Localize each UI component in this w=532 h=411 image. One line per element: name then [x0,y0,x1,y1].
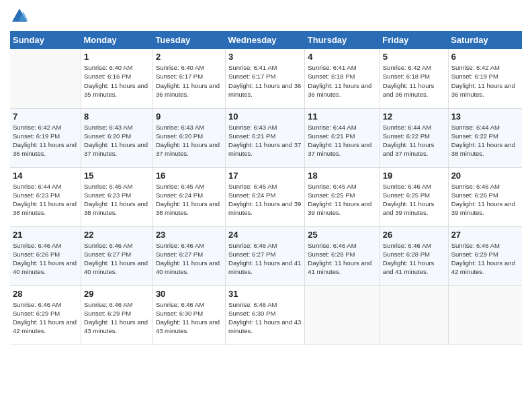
calendar-cell: 26Sunrise: 6:46 AMSunset: 6:28 PMDayligh… [380,226,448,285]
day-info: Sunrise: 6:45 AMSunset: 6:24 PMDaylight:… [156,182,222,218]
calendar-cell [448,285,522,345]
column-header-saturday: Saturday [448,31,522,49]
calendar-cell: 18Sunrise: 6:45 AMSunset: 6:25 PMDayligh… [305,167,380,226]
day-info: Sunrise: 6:46 AMSunset: 6:29 PMDaylight:… [13,300,78,336]
day-info: Sunrise: 6:45 AMSunset: 6:24 PMDaylight:… [228,182,302,218]
day-info: Sunrise: 6:45 AMSunset: 6:25 PMDaylight:… [308,182,377,218]
calendar-cell: 21Sunrise: 6:46 AMSunset: 6:26 PMDayligh… [10,226,81,285]
logo-icon [10,7,29,26]
calendar-week-row: 14Sunrise: 6:44 AMSunset: 6:23 PMDayligh… [10,167,522,226]
calendar-cell: 19Sunrise: 6:46 AMSunset: 6:25 PMDayligh… [380,167,448,226]
calendar-cell: 15Sunrise: 6:45 AMSunset: 6:23 PMDayligh… [81,167,153,226]
day-number: 10 [228,111,302,122]
calendar-cell [380,285,448,345]
calendar-week-row: 7Sunrise: 6:42 AMSunset: 6:19 PMDaylight… [10,108,522,167]
day-info: Sunrise: 6:46 AMSunset: 6:27 PMDaylight:… [156,241,222,277]
day-number: 19 [383,171,445,181]
day-info: Sunrise: 6:44 AMSunset: 6:22 PMDaylight:… [383,123,445,158]
day-number: 17 [228,171,302,181]
day-number: 24 [228,230,302,240]
calendar-cell: 3Sunrise: 6:41 AMSunset: 6:17 PMDaylight… [226,49,305,108]
calendar-cell: 30Sunrise: 6:46 AMSunset: 6:30 PMDayligh… [152,285,225,345]
day-info: Sunrise: 6:46 AMSunset: 6:26 PMDaylight:… [13,241,78,277]
day-info: Sunrise: 6:42 AMSunset: 6:19 PMDaylight:… [451,63,519,99]
calendar-cell: 1Sunrise: 6:40 AMSunset: 6:16 PMDaylight… [81,49,153,108]
day-number: 14 [13,171,78,181]
day-info: Sunrise: 6:43 AMSunset: 6:20 PMDaylight:… [156,123,222,158]
column-header-monday: Monday [81,31,153,49]
calendar-cell: 23Sunrise: 6:46 AMSunset: 6:27 PMDayligh… [152,226,225,285]
day-info: Sunrise: 6:43 AMSunset: 6:21 PMDaylight:… [228,123,302,158]
day-number: 25 [308,230,377,240]
day-number: 23 [156,230,222,240]
calendar-cell: 2Sunrise: 6:40 AMSunset: 6:17 PMDaylight… [152,49,225,108]
day-number: 20 [451,171,519,181]
calendar-week-row: 21Sunrise: 6:46 AMSunset: 6:26 PMDayligh… [10,226,522,285]
day-number: 1 [84,52,150,62]
calendar-cell: 14Sunrise: 6:44 AMSunset: 6:23 PMDayligh… [10,167,81,226]
calendar-table: SundayMondayTuesdayWednesdayThursdayFrid… [10,31,522,345]
day-number: 22 [84,230,150,240]
calendar-cell: 31Sunrise: 6:46 AMSunset: 6:30 PMDayligh… [226,285,305,345]
calendar-cell: 22Sunrise: 6:46 AMSunset: 6:27 PMDayligh… [81,226,153,285]
column-header-wednesday: Wednesday [226,31,305,49]
day-info: Sunrise: 6:46 AMSunset: 6:30 PMDaylight:… [156,300,222,336]
day-info: Sunrise: 6:46 AMSunset: 6:28 PMDaylight:… [308,241,377,277]
day-number: 30 [156,289,222,299]
day-info: Sunrise: 6:46 AMSunset: 6:28 PMDaylight:… [383,241,445,277]
column-header-tuesday: Tuesday [152,31,225,49]
day-number: 15 [84,171,150,181]
calendar-cell: 24Sunrise: 6:46 AMSunset: 6:27 PMDayligh… [226,226,305,285]
column-header-thursday: Thursday [305,31,380,49]
day-info: Sunrise: 6:46 AMSunset: 6:29 PMDaylight:… [451,241,519,277]
calendar-cell: 29Sunrise: 6:46 AMSunset: 6:29 PMDayligh… [81,285,153,345]
day-number: 27 [451,230,519,240]
day-info: Sunrise: 6:41 AMSunset: 6:18 PMDaylight:… [308,63,377,99]
day-info: Sunrise: 6:46 AMSunset: 6:25 PMDaylight:… [383,182,445,218]
calendar-cell: 9Sunrise: 6:43 AMSunset: 6:20 PMDaylight… [152,108,225,167]
day-number: 31 [228,289,302,299]
day-number: 7 [13,111,78,122]
calendar-header-row: SundayMondayTuesdayWednesdayThursdayFrid… [10,31,522,49]
day-number: 3 [228,52,302,62]
day-info: Sunrise: 6:46 AMSunset: 6:30 PMDaylight:… [228,300,302,336]
day-info: Sunrise: 6:46 AMSunset: 6:27 PMDaylight:… [84,241,150,277]
day-number: 28 [13,289,78,299]
calendar-cell: 6Sunrise: 6:42 AMSunset: 6:19 PMDaylight… [448,49,522,108]
day-info: Sunrise: 6:46 AMSunset: 6:29 PMDaylight:… [84,300,150,336]
calendar-cell: 25Sunrise: 6:46 AMSunset: 6:28 PMDayligh… [305,226,380,285]
day-info: Sunrise: 6:46 AMSunset: 6:26 PMDaylight:… [451,182,519,218]
day-info: Sunrise: 6:46 AMSunset: 6:27 PMDaylight:… [228,241,302,277]
day-number: 29 [84,289,150,299]
day-info: Sunrise: 6:41 AMSunset: 6:17 PMDaylight:… [228,63,302,99]
day-number: 11 [308,111,377,122]
calendar-week-row: 1Sunrise: 6:40 AMSunset: 6:16 PMDaylight… [10,49,522,108]
day-info: Sunrise: 6:42 AMSunset: 6:19 PMDaylight:… [13,123,78,158]
calendar-cell: 27Sunrise: 6:46 AMSunset: 6:29 PMDayligh… [448,226,522,285]
day-info: Sunrise: 6:44 AMSunset: 6:21 PMDaylight:… [308,123,377,158]
calendar-cell: 28Sunrise: 6:46 AMSunset: 6:29 PMDayligh… [10,285,81,345]
day-number: 8 [84,111,150,122]
day-info: Sunrise: 6:45 AMSunset: 6:23 PMDaylight:… [84,182,150,218]
calendar-cell: 4Sunrise: 6:41 AMSunset: 6:18 PMDaylight… [305,49,380,108]
day-info: Sunrise: 6:44 AMSunset: 6:23 PMDaylight:… [13,182,78,218]
day-number: 16 [156,171,222,181]
day-number: 9 [156,111,222,122]
calendar-cell: 20Sunrise: 6:46 AMSunset: 6:26 PMDayligh… [448,167,522,226]
calendar-cell: 8Sunrise: 6:43 AMSunset: 6:20 PMDaylight… [81,108,153,167]
day-number: 26 [383,230,445,240]
day-number: 18 [308,171,377,181]
calendar-cell [10,49,81,108]
calendar-week-row: 28Sunrise: 6:46 AMSunset: 6:29 PMDayligh… [10,285,522,345]
day-number: 2 [156,52,222,62]
calendar-cell: 5Sunrise: 6:42 AMSunset: 6:18 PMDaylight… [380,49,448,108]
calendar-cell: 17Sunrise: 6:45 AMSunset: 6:24 PMDayligh… [226,167,305,226]
day-number: 6 [451,52,519,62]
column-header-friday: Friday [380,31,448,49]
calendar-cell: 16Sunrise: 6:45 AMSunset: 6:24 PMDayligh… [152,167,225,226]
day-number: 4 [308,52,377,62]
column-header-sunday: Sunday [10,31,81,49]
day-info: Sunrise: 6:40 AMSunset: 6:16 PMDaylight:… [84,63,150,99]
day-info: Sunrise: 6:42 AMSunset: 6:18 PMDaylight:… [383,63,445,99]
calendar-cell [305,285,380,345]
